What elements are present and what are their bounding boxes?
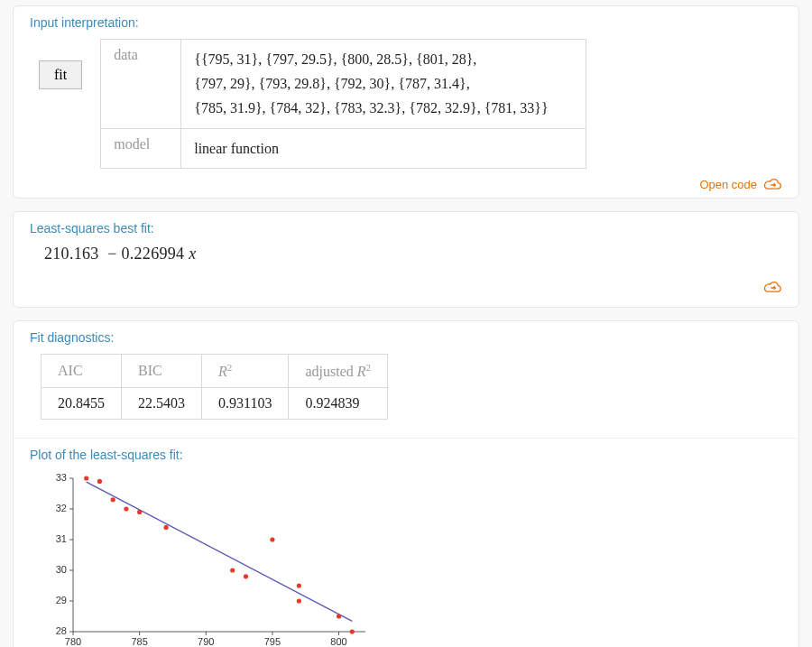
table-row: model linear function: [101, 128, 586, 168]
intercept-value: 210.163: [44, 245, 99, 263]
pod-title: Fit diagnostics:: [30, 330, 782, 345]
pod-diagnostics: Fit diagnostics: AIC BIC R2 adjusted R2 …: [13, 320, 799, 438]
data-table: data {{795, 31}, {797, 29.5}, {800, 28.5…: [100, 39, 586, 169]
open-code-label: Open code: [699, 178, 757, 191]
aic-value: 20.8455: [42, 388, 122, 420]
svg-text:800: 800: [330, 636, 346, 647]
svg-point-37: [84, 476, 88, 480]
col-aic: AIC: [42, 354, 122, 387]
input-layout: fit data {{795, 31}, {797, 29.5}, {800, …: [39, 39, 782, 169]
col-bic: BIC: [122, 354, 202, 387]
diagnostics-table: AIC BIC R2 adjusted R2 20.8455 22.5403 0…: [41, 354, 388, 420]
cloud-arrow-icon: [762, 178, 782, 192]
slope-value: 0.226994: [121, 245, 184, 263]
svg-text:31: 31: [56, 533, 67, 544]
svg-point-33: [137, 510, 142, 514]
cloud-arrow-icon: [762, 281, 782, 295]
table-header-row: AIC BIC R2 adjusted R2: [42, 354, 388, 387]
svg-text:29: 29: [56, 595, 67, 605]
cloud-link[interactable]: [762, 281, 782, 298]
fit-chart: 282930313233780785790795800: [41, 471, 374, 647]
pod-plot: Plot of the least-squares fit: 282930313…: [13, 438, 799, 647]
adj-r2-value: 0.924839: [289, 388, 388, 420]
pod-best-fit: Least-squares best fit: 210.163 − 0.2269…: [13, 211, 799, 308]
table-row: data {{795, 31}, {797, 29.5}, {800, 28.5…: [101, 40, 586, 129]
svg-point-35: [111, 497, 115, 502]
svg-point-28: [350, 629, 355, 633]
fit-button[interactable]: fit: [39, 60, 82, 89]
svg-point-36: [97, 479, 102, 484]
svg-line-24: [87, 482, 353, 621]
col-adj-r2: adjusted R2: [289, 354, 388, 387]
svg-text:28: 28: [56, 625, 67, 636]
data-label: data: [101, 40, 181, 129]
svg-point-25: [270, 537, 274, 541]
table-row: 20.8455 22.5403 0.931103 0.924839: [42, 388, 388, 420]
data-value: {{795, 31}, {797, 29.5}, {800, 28.5}, {8…: [181, 40, 586, 129]
model-value: linear function: [181, 128, 586, 168]
col-r2: R2: [202, 354, 289, 387]
svg-text:33: 33: [56, 472, 67, 483]
chart-container: 282930313233780785790795800: [41, 471, 782, 647]
pod-title: Input interpretation:: [30, 15, 782, 30]
pod-title: Plot of the least-squares fit:: [30, 448, 782, 462]
r2-value: 0.931103: [202, 388, 289, 420]
variable: x: [189, 245, 196, 263]
svg-text:30: 30: [56, 564, 67, 575]
svg-text:790: 790: [198, 636, 214, 647]
pod-input-interpretation: Input interpretation: fit data {{795, 31…: [13, 5, 799, 199]
svg-point-31: [230, 568, 235, 572]
svg-point-32: [163, 525, 168, 530]
bic-value: 22.5403: [122, 388, 202, 420]
svg-text:795: 795: [264, 636, 281, 647]
svg-text:780: 780: [65, 636, 81, 647]
svg-text:32: 32: [56, 503, 67, 513]
svg-point-29: [297, 598, 301, 603]
open-code-link[interactable]: Open code: [699, 178, 782, 192]
fit-formula: 210.163 − 0.226994 x: [44, 245, 782, 263]
svg-point-26: [297, 583, 301, 587]
svg-point-30: [244, 574, 248, 578]
pod-title: Least-squares best fit:: [30, 221, 782, 236]
svg-point-34: [124, 506, 128, 511]
model-label: model: [101, 128, 181, 168]
svg-text:785: 785: [131, 636, 147, 647]
svg-point-27: [337, 614, 341, 618]
